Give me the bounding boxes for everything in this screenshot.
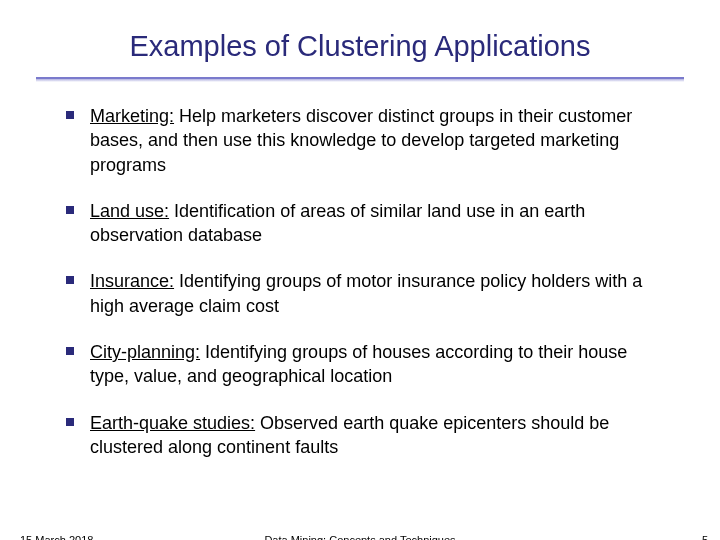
list-item-term: Marketing:	[90, 106, 174, 126]
bullet-list: Marketing: Help marketers discover disti…	[50, 104, 670, 459]
list-item-term: Insurance:	[90, 271, 174, 291]
footer-page-number: 5	[702, 534, 708, 540]
slide-title: Examples of Clustering Applications	[50, 20, 670, 77]
list-item-term: Land use:	[90, 201, 169, 221]
list-item-term: City-planning:	[90, 342, 200, 362]
list-item-term: Earth-quake studies:	[90, 413, 255, 433]
list-item: Earth-quake studies: Observed earth quak…	[62, 411, 670, 460]
footer-center: Data Mining: Concepts and Techniques	[0, 534, 720, 540]
list-item: Marketing: Help marketers discover disti…	[62, 104, 670, 177]
list-item: City-planning: Identifying groups of hou…	[62, 340, 670, 389]
slide: Examples of Clustering Applications Mark…	[0, 0, 720, 540]
list-item: Insurance: Identifying groups of motor i…	[62, 269, 670, 318]
list-item: Land use: Identification of areas of sim…	[62, 199, 670, 248]
title-rule	[36, 77, 684, 82]
